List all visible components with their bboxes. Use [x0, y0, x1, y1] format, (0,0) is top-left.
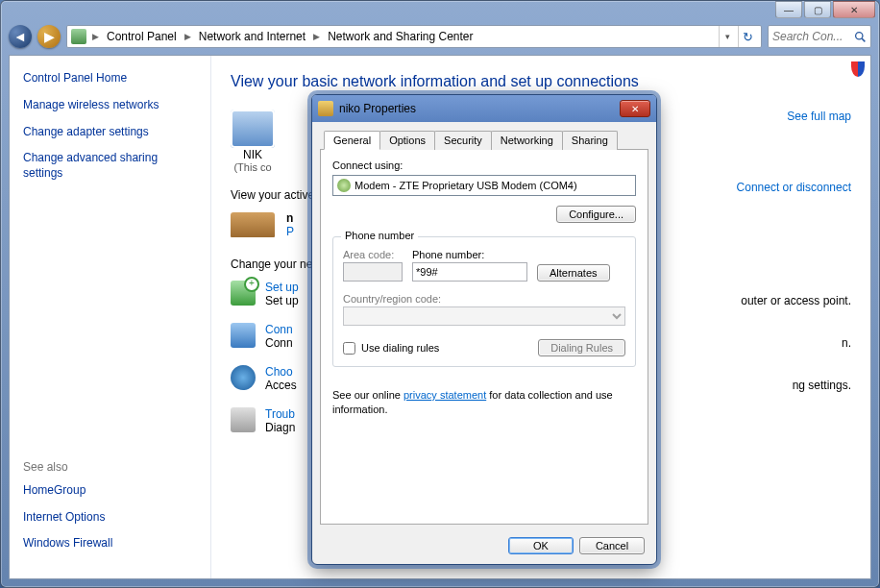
country-label: Country/region code:	[343, 293, 625, 305]
privacy-link[interactable]: privacy statement	[403, 389, 486, 401]
modem-icon	[337, 179, 351, 192]
tab-networking[interactable]: Networking	[491, 131, 563, 150]
tab-options[interactable]: Options	[379, 131, 435, 150]
area-code-label: Area code:	[343, 249, 403, 260]
ok-button[interactable]: OK	[508, 537, 574, 554]
breadcrumb-item[interactable]: Control Panel	[103, 28, 181, 45]
minimize-button[interactable]: —	[775, 1, 802, 18]
task-desc: Acces	[265, 379, 297, 392]
diagnose-icon	[231, 407, 256, 432]
new-connection-icon	[231, 281, 256, 306]
dialing-rules-label: Use dialing rules	[361, 342, 439, 354]
task-title: Troub	[265, 407, 295, 421]
forward-button[interactable]: ▶	[37, 25, 61, 48]
refresh-button[interactable]: ↻	[738, 26, 757, 47]
computer-sublabel: (This co	[231, 161, 275, 173]
address-dropdown[interactable]: ▾	[719, 26, 736, 47]
privacy-text: See our online privacy statement for dat…	[332, 388, 636, 418]
phone-number-input[interactable]	[412, 262, 527, 282]
connect-disconnect-link[interactable]: Connect or disconnect	[737, 181, 851, 194]
seealso-windows-firewall[interactable]: Windows Firewall	[23, 536, 197, 551]
seealso-internet-options[interactable]: Internet Options	[23, 510, 197, 526]
dialog-title: niko Properties	[339, 102, 416, 115]
see-full-map-link[interactable]: See full map	[787, 110, 851, 123]
task-suffix: n.	[842, 336, 851, 350]
properties-dialog: niko Properties ✕ General Options Securi…	[311, 94, 657, 565]
maximize-button[interactable]: ▢	[804, 1, 831, 18]
control-panel-icon	[71, 29, 86, 44]
globe-icon	[231, 365, 256, 390]
tab-security[interactable]: Security	[434, 131, 492, 150]
search-icon	[854, 31, 867, 43]
shield-icon	[851, 61, 865, 77]
sidebar-link-wireless[interactable]: Manage wireless networks	[23, 98, 197, 113]
tab-sharing[interactable]: Sharing	[562, 131, 618, 150]
sidebar-link-advanced-sharing[interactable]: Change advanced sharing settings	[23, 151, 197, 181]
cancel-button[interactable]: Cancel	[579, 537, 645, 554]
connect-icon	[231, 323, 256, 348]
address-bar[interactable]: ▶ Control Panel ▶ Network and Internet ▶…	[66, 25, 762, 48]
network-name: n	[286, 211, 294, 225]
sidebar-home-link[interactable]: Control Panel Home	[23, 71, 197, 85]
dialing-rules-button: Dialing Rules	[538, 339, 625, 356]
task-suffix: ng settings.	[793, 379, 851, 392]
alternates-button[interactable]: Alternates	[537, 264, 610, 282]
computer-label: NIK	[231, 148, 275, 161]
search-placeholder: Search Con...	[772, 30, 843, 43]
tab-strip: General Options Security Networking Shar…	[320, 130, 648, 150]
phone-number-label: Phone number:	[412, 249, 527, 260]
area-code-input	[343, 262, 403, 282]
svg-line-1	[862, 38, 865, 41]
chevron-right-icon: ▶	[183, 32, 193, 41]
close-button[interactable]: ✕	[833, 1, 875, 18]
task-desc: Diagn	[265, 421, 295, 434]
chevron-right-icon: ▶	[90, 32, 101, 41]
computer-icon	[231, 110, 275, 148]
dialing-rules-check[interactable]	[343, 342, 355, 355]
seealso-homegroup[interactable]: HomeGroup	[23, 483, 197, 499]
seealso-heading: See also	[23, 460, 197, 474]
breadcrumb-item[interactable]: Network and Internet	[195, 28, 309, 45]
country-select	[343, 306, 625, 326]
use-dialing-rules-checkbox[interactable]: Use dialing rules	[343, 342, 439, 355]
back-button[interactable]: ◄	[9, 25, 32, 48]
dialog-close-button[interactable]: ✕	[620, 100, 650, 117]
dialup-icon	[318, 101, 333, 116]
task-desc: Conn	[265, 336, 293, 350]
sidebar: Control Panel Home Manage wireless netwo…	[10, 56, 211, 578]
groupbox-title: Phone number	[341, 230, 418, 241]
sidebar-link-adapter[interactable]: Change adapter settings	[23, 125, 197, 140]
modem-name: Modem - ZTE Proprietary USB Modem (COM4)	[354, 180, 577, 191]
page-title: View your basic network information and …	[231, 73, 851, 90]
search-input[interactable]: Search Con...	[768, 25, 871, 48]
configure-button[interactable]: Configure...	[556, 206, 636, 223]
connect-using-label: Connect using:	[332, 159, 636, 171]
svg-point-0	[856, 32, 863, 38]
chevron-right-icon: ▶	[311, 32, 322, 41]
dialog-titlebar[interactable]: niko Properties ✕	[312, 95, 656, 122]
task-suffix: outer or access point.	[741, 294, 851, 307]
breadcrumb-item[interactable]: Network and Sharing Center	[324, 28, 477, 45]
network-type-link[interactable]: P	[286, 225, 294, 238]
bench-icon	[231, 212, 275, 237]
phone-groupbox: Phone number Area code: Phone number: Al…	[332, 236, 636, 367]
task-desc: Set up	[265, 294, 299, 307]
tab-general[interactable]: General	[324, 131, 380, 150]
modem-select[interactable]: Modem - ZTE Proprietary USB Modem (COM4)	[332, 175, 636, 196]
